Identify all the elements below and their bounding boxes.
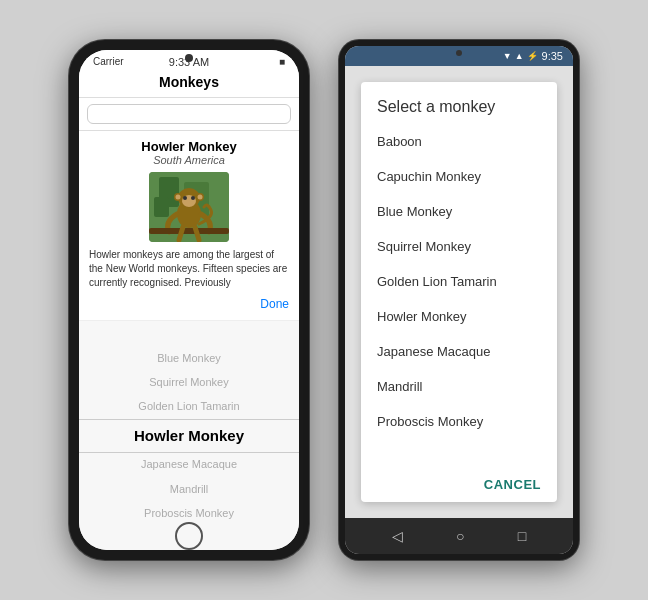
svg-rect-3 <box>154 197 169 217</box>
dialog-container: Select a monkey BaboonCapuchin MonkeyBlu… <box>345 66 573 518</box>
home-button[interactable]: ○ <box>456 528 464 544</box>
svg-point-8 <box>191 196 195 200</box>
recents-button[interactable]: □ <box>518 528 526 544</box>
android-navbar: ◁ ○ □ <box>345 518 573 554</box>
battery-icon: ■ <box>279 56 285 67</box>
carrier-label: Carrier <box>93 56 124 67</box>
status-time: 9:33 AM <box>169 56 209 68</box>
dialog-list-item[interactable]: Blue Monkey <box>361 194 557 229</box>
picker-item[interactable]: Blue Monkey <box>79 346 299 370</box>
iphone-navbar: Monkeys <box>79 69 299 98</box>
dialog-title: Select a monkey <box>361 82 557 124</box>
iphone-device: Carrier 9:33 AM ■ Monkeys Howler Monkey … <box>69 40 309 560</box>
android-status-icons: ▼ ▲ ⚡ <box>503 51 538 61</box>
picker-list: Blue MonkeySquirrel MonkeyGolden Lion Ta… <box>79 346 299 525</box>
dialog-box: Select a monkey BaboonCapuchin MonkeyBlu… <box>361 82 557 502</box>
dialog-footer: CANCEL <box>361 469 557 502</box>
picker-item[interactable]: Japanese Macaque <box>79 452 299 476</box>
done-area: Done <box>89 290 289 312</box>
iphone-screen: Carrier 9:33 AM ■ Monkeys Howler Monkey … <box>79 50 299 550</box>
done-button[interactable]: Done <box>260 297 289 311</box>
search-input[interactable]: Howler Monkey <box>87 104 291 124</box>
iphone-content: Howler Monkey Howler Monkey South Americ… <box>79 98 299 550</box>
svg-point-7 <box>183 196 187 200</box>
dialog-list-item[interactable]: Baboon <box>361 124 557 159</box>
picker-item[interactable]: Golden Lion Tamarin <box>79 394 299 418</box>
svg-point-12 <box>198 195 203 200</box>
dialog-list-item[interactable]: Squirrel Monkey <box>361 229 557 264</box>
wifi-icon: ▼ <box>503 51 512 61</box>
picker-item[interactable]: Mandrill <box>79 477 299 501</box>
monkey-detail: Howler Monkey South America <box>79 131 299 321</box>
android-device: ▼ ▲ ⚡ 9:35 Select a monkey BaboonCapuchi… <box>339 40 579 560</box>
dialog-list-item[interactable]: Capuchin Monkey <box>361 159 557 194</box>
svg-rect-13 <box>149 228 229 234</box>
battery-icon: ⚡ <box>527 51 538 61</box>
iphone-search-bar: Howler Monkey <box>79 98 299 131</box>
iphone-home-button[interactable] <box>175 522 203 550</box>
dialog-list-item[interactable]: Japanese Macaque <box>361 334 557 369</box>
picker-item[interactable]: Howler Monkey <box>79 419 299 453</box>
android-screen: ▼ ▲ ⚡ 9:35 Select a monkey BaboonCapuchi… <box>345 46 573 554</box>
iphone-nav-title: Monkeys <box>159 74 219 90</box>
monkey-region: South America <box>89 154 289 166</box>
monkey-name: Howler Monkey <box>89 139 289 154</box>
picker-item[interactable]: Squirrel Monkey <box>79 370 299 394</box>
iphone-statusbar: Carrier 9:33 AM ■ <box>79 50 299 69</box>
back-button[interactable]: ◁ <box>392 528 403 544</box>
scene: Carrier 9:33 AM ■ Monkeys Howler Monkey … <box>49 20 599 580</box>
monkey-image <box>149 172 229 242</box>
iphone-picker[interactable]: Blue MonkeySquirrel MonkeyGolden Lion Ta… <box>79 321 299 550</box>
signal-icon: ▲ <box>515 51 524 61</box>
svg-point-10 <box>176 195 181 200</box>
dialog-list: BaboonCapuchin MonkeyBlue MonkeySquirrel… <box>361 124 557 469</box>
android-camera <box>456 50 462 56</box>
dialog-list-item[interactable]: Golden Lion Tamarin <box>361 264 557 299</box>
dialog-list-item[interactable]: Mandrill <box>361 369 557 404</box>
dialog-list-item[interactable]: Howler Monkey <box>361 299 557 334</box>
cancel-button[interactable]: CANCEL <box>484 477 541 492</box>
monkey-description: Howler monkeys are among the largest of … <box>89 248 289 290</box>
android-time: 9:35 <box>542 50 563 62</box>
android-statusbar: ▼ ▲ ⚡ 9:35 <box>345 46 573 66</box>
dialog-list-item[interactable]: Proboscis Monkey <box>361 404 557 439</box>
